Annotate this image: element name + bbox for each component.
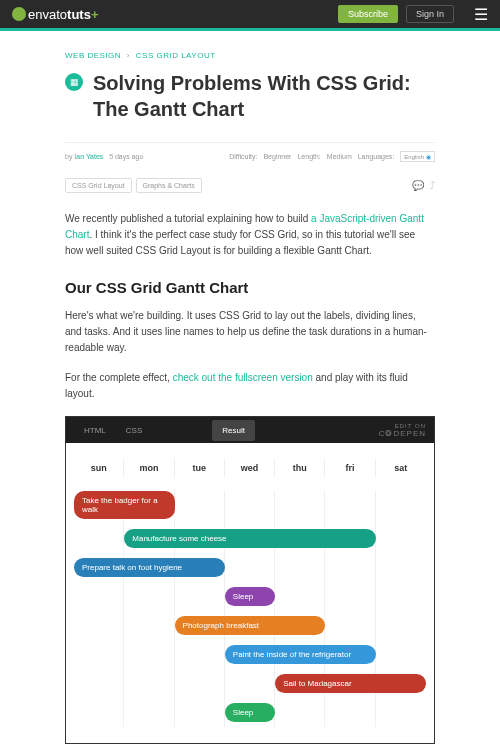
- chevron-right-icon: ›: [127, 51, 130, 60]
- gantt-body: Take the badger for a walkManufacture so…: [74, 491, 426, 727]
- language-selector[interactable]: English ◉: [400, 151, 435, 162]
- paragraph: We recently published a tutorial explain…: [65, 211, 435, 259]
- codepen-header: HTML CSS Result EDIT ONC❂DEPEN: [66, 417, 434, 443]
- tag[interactable]: CSS Grid Layout: [65, 178, 132, 193]
- gantt-day-label: mon: [124, 459, 174, 477]
- topbar-actions: Subscribe Sign In ☰: [338, 5, 488, 24]
- author-link[interactable]: Ian Yates: [74, 153, 103, 160]
- languages-label: Languages:: [358, 153, 395, 160]
- gantt-task[interactable]: Take the badger for a walk: [74, 491, 175, 519]
- difficulty-value: Beginner: [263, 153, 291, 160]
- text: . I think it's the perfect case study fo…: [65, 229, 415, 256]
- gantt-task[interactable]: Paint the inside of the refrigerator: [225, 645, 376, 664]
- difficulty-label: Difficulty:: [229, 153, 257, 160]
- length-value: Medium: [327, 153, 352, 160]
- logo[interactable]: envatotuts+: [12, 7, 98, 22]
- logo-text: envatotuts+: [28, 7, 98, 22]
- gantt-task[interactable]: Sleep: [225, 703, 275, 722]
- paragraph: For the complete effect, check out the f…: [65, 370, 435, 402]
- gantt-day-label: sun: [74, 459, 124, 477]
- gantt-day-label: tue: [175, 459, 225, 477]
- share-icon[interactable]: ⤴: [430, 180, 435, 191]
- meta-left: by Ian Yates 5 days ago: [65, 153, 143, 160]
- gantt-day-label: thu: [275, 459, 325, 477]
- tag-list: CSS Grid Layout Graphs & Charts: [65, 178, 202, 193]
- breadcrumb-cat1[interactable]: WEB DESIGN: [65, 51, 121, 60]
- inline-link[interactable]: check out the fullscreen version: [173, 372, 313, 383]
- length-label: Length:: [297, 153, 320, 160]
- comment-icon[interactable]: 💬: [412, 180, 424, 191]
- edit-on-codepen[interactable]: EDIT ONC❂DEPEN: [379, 423, 426, 438]
- gantt-chart: sunmontuewedthufrisat Take the badger fo…: [66, 443, 434, 743]
- text: We recently published a tutorial explain…: [65, 213, 311, 224]
- paragraph: Here's what we're building. It uses CSS …: [65, 308, 435, 356]
- tab-result[interactable]: Result: [212, 420, 255, 441]
- gantt-tasks: Take the badger for a walkManufacture so…: [74, 491, 426, 727]
- signin-button[interactable]: Sign In: [406, 5, 454, 23]
- social-actions: 💬 ⤴: [412, 180, 435, 191]
- codepen-tabs: HTML CSS Result: [74, 420, 255, 441]
- section-heading: Our CSS Grid Gantt Chart: [65, 279, 435, 296]
- tab-html[interactable]: HTML: [74, 420, 116, 441]
- page-title: Solving Problems With CSS Grid: The Gant…: [93, 70, 435, 122]
- codepen-embed: HTML CSS Result EDIT ONC❂DEPEN sunmontue…: [65, 416, 435, 744]
- gantt-task[interactable]: Photograph breakfast: [175, 616, 326, 635]
- article-meta: by Ian Yates 5 days ago Difficulty: Begi…: [65, 151, 435, 162]
- gantt-task[interactable]: Sleep: [225, 587, 275, 606]
- gantt-day-label: sat: [376, 459, 426, 477]
- gantt-day-header: sunmontuewedthufrisat: [74, 459, 426, 477]
- divider: [65, 142, 435, 143]
- gantt-task[interactable]: Manufacture some cheese: [124, 529, 375, 548]
- author-prefix: by: [65, 153, 72, 160]
- globe-icon: ◉: [426, 153, 431, 160]
- meta-right: Difficulty: Beginner Length: Medium Lang…: [229, 151, 435, 162]
- gantt-task[interactable]: Prepare talk on foot hygiene: [74, 558, 225, 577]
- article-type-icon: ▦: [65, 73, 83, 91]
- tab-css[interactable]: CSS: [116, 420, 152, 441]
- gantt-day-label: fri: [325, 459, 375, 477]
- breadcrumb: WEB DESIGN › CSS GRID LAYOUT: [65, 51, 435, 60]
- menu-icon[interactable]: ☰: [474, 5, 488, 24]
- article-container: WEB DESIGN › CSS GRID LAYOUT ▦ Solving P…: [65, 31, 435, 750]
- subscribe-button[interactable]: Subscribe: [338, 5, 398, 23]
- tag[interactable]: Graphs & Charts: [136, 178, 202, 193]
- gantt-task[interactable]: Sail to Madagascar: [275, 674, 426, 693]
- codepen-brand: C❂DEPEN: [379, 429, 426, 438]
- title-row: ▦ Solving Problems With CSS Grid: The Ga…: [65, 70, 435, 122]
- topbar: envatotuts+ Subscribe Sign In ☰: [0, 0, 500, 28]
- publish-date: 5 days ago: [109, 153, 143, 160]
- leaf-icon: [12, 7, 26, 21]
- breadcrumb-cat2[interactable]: CSS GRID LAYOUT: [136, 51, 216, 60]
- gantt-day-label: wed: [225, 459, 275, 477]
- text: For the complete effect,: [65, 372, 173, 383]
